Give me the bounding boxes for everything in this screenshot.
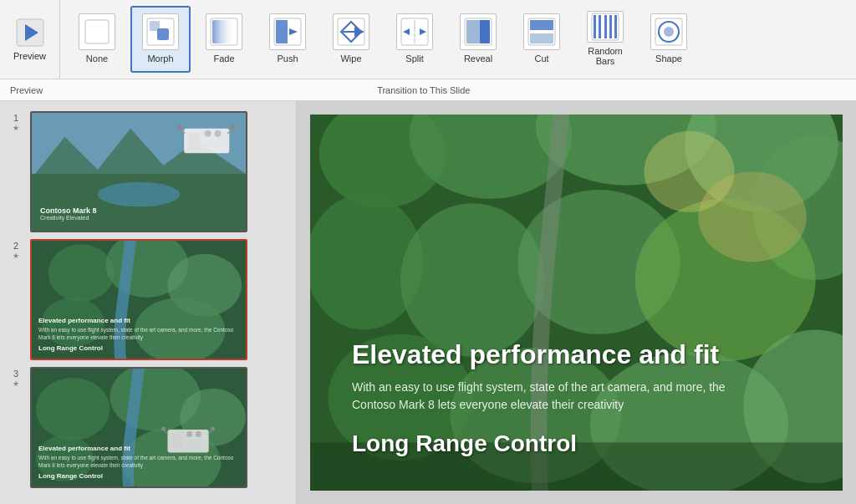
main-slide-content: Elevated performance and fit With an eas… xyxy=(310,115,843,491)
svg-point-33 xyxy=(664,27,674,37)
slide2-sc-section: Long Range Control xyxy=(38,344,239,352)
transition-cut[interactable]: Cut xyxy=(512,6,572,73)
slide3-sc-section: Long Range Control xyxy=(38,472,239,480)
slide3-sc-title: Elevated performance and fit xyxy=(38,445,239,452)
preview-label: Preview xyxy=(13,51,46,61)
push-icon xyxy=(269,13,306,50)
svg-point-44 xyxy=(177,125,182,130)
slide2-sc-title: Elevated performance and fit xyxy=(38,317,239,324)
slide-number-1: 1 xyxy=(13,113,18,124)
svg-rect-28 xyxy=(604,15,607,38)
transition-push[interactable]: Push xyxy=(257,6,318,73)
morph-icon xyxy=(142,13,179,50)
slide-item-3[interactable]: 3 ★ xyxy=(0,364,296,491)
transition-wipe[interactable]: Wipe xyxy=(321,6,381,73)
slide1-subtitle: Creativity Elevated xyxy=(40,215,97,221)
fade-label: Fade xyxy=(213,53,234,64)
split-icon xyxy=(396,13,433,50)
shape-icon xyxy=(650,13,687,50)
preview-button[interactable]: Preview xyxy=(0,0,60,79)
main-slide-section: Long Range Control xyxy=(352,430,818,457)
svg-rect-24 xyxy=(530,33,553,43)
sub-ribbon: Preview Transition to This Slide xyxy=(0,79,856,101)
svg-rect-60 xyxy=(186,431,192,437)
random-bars-icon xyxy=(587,11,624,43)
slide1-title: Contoso Mark 8 xyxy=(40,206,97,215)
reveal-icon xyxy=(460,13,497,50)
split-label: Split xyxy=(405,53,423,64)
svg-point-45 xyxy=(230,125,235,130)
svg-rect-26 xyxy=(594,15,596,38)
transition-split[interactable]: Split xyxy=(385,6,445,73)
svg-point-64 xyxy=(161,427,166,431)
transition-random-bars[interactable]: Random Bars xyxy=(575,6,635,73)
slide3-sc-subtitle: With an easy to use flight system, state… xyxy=(38,455,239,469)
slide2-overlay: Elevated performance and fit With an eas… xyxy=(32,310,246,359)
svg-rect-41 xyxy=(215,130,222,137)
svg-rect-27 xyxy=(599,15,601,38)
svg-rect-21 xyxy=(480,20,490,43)
svg-point-47 xyxy=(48,244,115,302)
ribbon: Preview None Morph xyxy=(0,0,856,79)
slide-star-3: ★ xyxy=(13,379,19,388)
main-content: 1 ★ xyxy=(0,101,856,504)
svg-point-53 xyxy=(36,378,110,440)
svg-rect-29 xyxy=(609,15,612,38)
slide-panel[interactable]: 1 ★ xyxy=(0,101,297,504)
svg-rect-40 xyxy=(205,130,211,137)
wipe-icon xyxy=(333,13,369,50)
slide-number-3: 3 xyxy=(13,369,18,379)
transition-fade[interactable]: Fade xyxy=(194,6,254,73)
svg-rect-23 xyxy=(530,20,553,30)
cut-icon xyxy=(523,13,560,50)
svg-rect-30 xyxy=(614,15,617,38)
reveal-label: Reveal xyxy=(464,53,492,64)
svg-rect-5 xyxy=(157,28,169,40)
none-icon xyxy=(79,13,115,50)
svg-rect-7 xyxy=(212,20,236,43)
shape-label: Shape xyxy=(655,53,682,64)
slide-number-col-3: 3 ★ xyxy=(7,367,25,388)
preview-play-icon xyxy=(15,18,45,48)
main-slide-text: Elevated performance and fit With an eas… xyxy=(352,339,818,457)
transition-morph[interactable]: Morph xyxy=(130,6,191,73)
slide-number-col-2: 2 ★ xyxy=(7,239,25,260)
svg-rect-61 xyxy=(196,431,201,437)
push-label: Push xyxy=(277,53,298,64)
slide-number-2: 2 xyxy=(13,241,18,252)
none-label: None xyxy=(86,53,108,64)
fade-icon xyxy=(206,13,242,50)
svg-point-81 xyxy=(644,131,734,212)
transition-none[interactable]: None xyxy=(67,6,127,73)
slide-star-1: ★ xyxy=(13,124,19,132)
slide-number-col-1: 1 ★ xyxy=(7,111,25,132)
transition-shape[interactable]: Shape xyxy=(639,6,699,73)
slide-star-2: ★ xyxy=(13,252,19,260)
slide3-overlay: Elevated performance and fit With an eas… xyxy=(32,438,246,486)
transition-reveal[interactable]: Reveal xyxy=(448,6,508,73)
morph-label: Morph xyxy=(147,53,173,64)
random-bars-label: Random Bars xyxy=(580,46,630,66)
slide2-sc-subtitle: With an easy to use flight system, state… xyxy=(38,327,239,341)
sub-ribbon-transition-label: Transition to This Slide xyxy=(377,85,470,95)
main-slide-description: With an easy to use flight system, state… xyxy=(352,379,753,414)
wipe-label: Wipe xyxy=(340,53,361,64)
svg-rect-9 xyxy=(276,20,288,43)
slide-thumb-2[interactable]: Elevated performance and fit With an eas… xyxy=(30,239,247,360)
svg-point-37 xyxy=(98,182,180,207)
slide-item-1[interactable]: 1 ★ xyxy=(0,108,296,236)
sub-ribbon-preview-label: Preview xyxy=(10,85,43,95)
slide-item-2[interactable]: 2 ★ Ele xyxy=(0,236,296,364)
svg-point-65 xyxy=(211,427,215,431)
transitions-group: None Morph Fade xyxy=(60,0,856,79)
main-slide-area: Elevated performance and fit With an eas… xyxy=(297,101,856,504)
slide-thumb-1[interactable]: Contoso Mark 8 Creativity Elevated xyxy=(30,111,247,232)
slide-thumb-3[interactable]: Elevated performance and fit With an eas… xyxy=(30,367,247,488)
cut-label: Cut xyxy=(534,53,548,64)
svg-rect-39 xyxy=(188,133,200,150)
main-slide-title: Elevated performance and fit xyxy=(352,339,818,370)
svg-rect-2 xyxy=(85,20,109,43)
